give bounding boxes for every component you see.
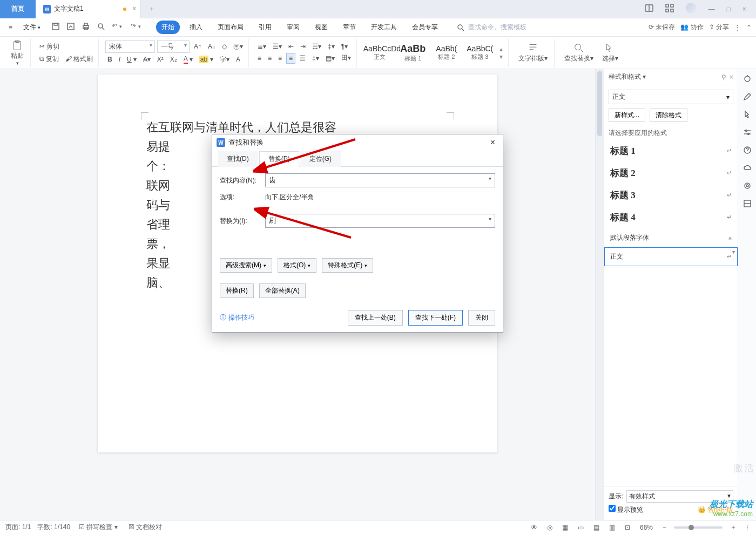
redo-icon[interactable]: ↷▾ [129, 21, 145, 34]
style-item-h2[interactable]: 标题 2↵ [604, 162, 738, 184]
pin-icon[interactable]: ⚲ [721, 73, 726, 81]
close-panel-icon[interactable]: × [730, 73, 733, 81]
new-style-button[interactable]: 新样式... [609, 109, 645, 122]
counter-icon[interactable] [642, 2, 657, 16]
smart-layout-link[interactable]: 👑 智能排版 [698, 505, 733, 515]
rail-help-icon[interactable] [743, 146, 752, 156]
scrollbar-thumb[interactable] [597, 71, 602, 136]
italic-icon[interactable]: I [117, 55, 123, 64]
more-menu-icon[interactable]: ⋮ [734, 24, 741, 31]
ribbon-tab-dev[interactable]: 开发工具 [366, 21, 402, 34]
underline-icon[interactable]: U▾ [125, 55, 139, 64]
align-justify-icon[interactable]: ≡ [286, 53, 295, 64]
replace-input[interactable]: 刷 [265, 214, 495, 228]
increase-indent-icon[interactable]: ⇥ [298, 42, 308, 51]
rail-target-icon[interactable] [743, 181, 752, 192]
ribbon-tab-start[interactable]: 开始 [156, 21, 180, 34]
format-button[interactable]: 格式(O)▾ [278, 258, 316, 273]
shading-icon[interactable]: ▤▾ [323, 53, 337, 63]
change-case-icon[interactable]: ㊥▾ [231, 41, 245, 52]
line-spacing-icon[interactable]: ‡▾ [326, 42, 337, 51]
unsaved-indicator[interactable]: ⟳ 未保存 [649, 23, 675, 32]
increase-font-icon[interactable]: A↑ [192, 42, 204, 51]
file-menu[interactable]: 文件 ▾ [19, 21, 45, 33]
style-item-h1[interactable]: 标题 1↵ [604, 140, 738, 162]
align-center-icon[interactable]: ≡ [266, 53, 274, 63]
find-input[interactable]: 齿 [265, 173, 495, 187]
print-preview-icon[interactable] [94, 21, 107, 34]
style-item-default-font[interactable]: 默认段落字体a [604, 228, 738, 247]
apps-grid-icon[interactable] [662, 2, 677, 16]
share-button[interactable]: ⇪ 分享 [709, 23, 729, 32]
rail-adjust-icon[interactable] [743, 128, 752, 138]
save-as-icon[interactable] [64, 21, 77, 34]
font-color-icon[interactable]: A▾ [181, 54, 195, 65]
user-avatar[interactable] [683, 1, 700, 17]
dialog-close-button[interactable]: × [487, 138, 498, 147]
replace-all-button[interactable]: 全部替换(A) [259, 283, 306, 298]
show-marks-icon[interactable]: ¶▾ [339, 42, 350, 51]
status-proofread[interactable]: ☒ 文档校对 [126, 522, 164, 533]
rail-settings-icon[interactable] [743, 75, 752, 85]
status-fit-icon[interactable]: ⊡ [623, 523, 632, 532]
find-next-button[interactable]: 查找下一处(F) [408, 310, 463, 326]
phonetic-icon[interactable]: 字▾ [218, 54, 232, 65]
style-gallery-more-icon[interactable]: ▴▾ [497, 44, 505, 62]
current-style-combo[interactable]: 正文▾ [609, 90, 733, 104]
window-close-button[interactable]: × [739, 3, 750, 15]
status-layout-icon[interactable]: ▦ [560, 523, 570, 532]
ribbon-tab-layout[interactable]: 页面布局 [212, 21, 249, 34]
sort-icon[interactable]: ☵▾ [310, 42, 323, 51]
font-size-select[interactable]: 一号 [157, 40, 190, 53]
ribbon-tab-reference[interactable]: 引用 [253, 21, 277, 34]
find-prev-button[interactable]: 查找上一处(B) [348, 310, 403, 326]
vertical-scrollbar[interactable] [595, 69, 604, 520]
show-select[interactable]: 有效样式 ▾ [626, 490, 733, 503]
collapse-ribbon-icon[interactable]: ⌃ [746, 24, 752, 31]
ribbon-tab-view[interactable]: 视图 [309, 21, 333, 34]
font-name-select[interactable]: 宋体 [105, 40, 155, 53]
paste-button[interactable]: 粘贴▾ [8, 38, 27, 67]
style-item-body[interactable]: 正文↵ [604, 247, 738, 266]
ribbon-tab-insert[interactable]: 插入 [184, 21, 208, 34]
dialog-tab-goto[interactable]: 定位(G) [300, 151, 341, 167]
format-painter-button[interactable]: 🖌 格式刷 [63, 53, 95, 65]
paragraph-spacing-icon[interactable]: ‡▾ [310, 53, 321, 63]
rail-cursor-icon[interactable] [743, 110, 752, 120]
status-focus-icon[interactable]: ◎ [545, 523, 555, 532]
decrease-indent-icon[interactable]: ⇤ [286, 42, 296, 51]
ribbon-tab-review[interactable]: 审阅 [281, 21, 305, 34]
tab-close-icon[interactable]: × [132, 5, 136, 12]
decrease-font-icon[interactable]: A↓ [206, 42, 218, 51]
zoom-in-icon[interactable]: ＋ [728, 522, 739, 533]
command-search[interactable]: 查找命令、搜索模板 [456, 23, 526, 32]
superscript-icon[interactable]: X² [155, 55, 166, 64]
status-outline-icon[interactable]: ▤ [591, 523, 602, 532]
status-read-icon[interactable]: ▭ [576, 523, 586, 532]
distribute-icon[interactable]: ☰ [298, 53, 308, 63]
rail-pencil-icon[interactable] [743, 92, 752, 103]
new-tab-button[interactable]: ＋ [141, 0, 163, 18]
tab-document[interactable]: W 文字文稿1 × [36, 0, 141, 18]
special-format-button[interactable]: 特殊格式(E)▾ [322, 258, 373, 273]
style-item-h4[interactable]: 标题 4↵ [604, 206, 738, 228]
find-replace-button[interactable]: 查找替换▾ [561, 41, 597, 64]
number-list-icon[interactable]: ☰▾ [271, 42, 284, 51]
save-icon[interactable] [49, 21, 62, 34]
tab-home[interactable]: 首页 [0, 0, 36, 18]
subscript-icon[interactable]: X₂ [168, 55, 179, 64]
clear-format-icon[interactable]: ◇ [220, 42, 229, 51]
ribbon-tab-section[interactable]: 章节 [338, 21, 361, 34]
ribbon-tab-member[interactable]: 会员专享 [407, 21, 443, 34]
style-gallery[interactable]: AaBbCcDd正文 AaBb标题 1 AaBb(标题 2 AaBbC(标题 3… [363, 43, 505, 63]
bullet-list-icon[interactable]: ≣▾ [255, 42, 268, 51]
collab-button[interactable]: 👥 协作 [680, 23, 703, 32]
window-minimize-button[interactable]: — [705, 3, 718, 15]
status-page[interactable]: 页面: 1/1 [5, 523, 31, 532]
bold-icon[interactable]: B [105, 55, 114, 64]
status-eye-icon[interactable]: 👁 [529, 523, 539, 532]
print-icon[interactable] [79, 21, 92, 34]
undo-icon[interactable]: ↶▾ [110, 21, 126, 34]
dialog-tab-replace[interactable]: 替换(P) [259, 151, 299, 167]
style-item-h3[interactable]: 标题 3↵ [604, 184, 738, 206]
